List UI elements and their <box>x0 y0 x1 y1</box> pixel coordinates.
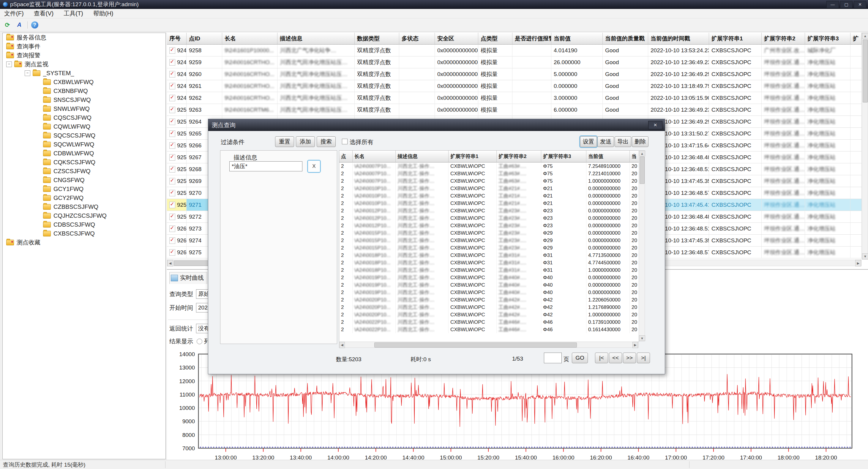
result-column-header-5[interactable]: 扩展字符串3 <box>541 151 586 162</box>
table-row[interactable]: ✓924792609\24\0016CRTHO...川西北气田净化增压站压…双精… <box>167 68 862 80</box>
table-row[interactable]: ✓924992629\24\0016CRTHO...川西北气田净化增压站压…双精… <box>167 92 862 104</box>
select-all-checkbox[interactable] <box>342 139 347 144</box>
next-page-button[interactable]: >> <box>623 352 636 363</box>
column-header-2[interactable]: 长名 <box>222 33 277 44</box>
first-page-button[interactable]: |< <box>595 352 608 363</box>
column-header-11[interactable]: 当前值的时间戳 <box>648 33 709 44</box>
tree-item-GCY2FWQ[interactable]: GCY2FWQ <box>3 193 165 202</box>
tree-item-CQKSCSJFWQ[interactable]: CQKSCSJFWQ <box>3 158 165 167</box>
last-page-button[interactable]: >| <box>637 352 650 363</box>
result-row[interactable]: 2\A24\0012P10...川西北工·操作…CXBWLW\OPC工曲#23#… <box>339 207 639 214</box>
dialog-button-添加[interactable]: 添加 <box>296 136 315 147</box>
column-header-3[interactable]: 描述信息 <box>277 33 355 44</box>
tree-item-CQSCSJFWQ[interactable]: CQSCSJFWQ <box>3 113 165 122</box>
description-filter-input[interactable]: *油压* <box>229 161 302 171</box>
scroll-left-icon[interactable]: ◀ <box>167 260 173 267</box>
prev-page-button[interactable]: << <box>609 352 622 363</box>
result-column-header-3[interactable]: 扩展字符串1 <box>448 151 497 162</box>
scroll-right-icon[interactable]: ▶ <box>632 342 638 348</box>
result-row[interactable]: 2\A24\0007P10...川西北工·操作…CXBWLW\OPC工曲#63#… <box>339 177 639 185</box>
close-button[interactable]: ✕ <box>854 1 866 8</box>
tree-item-SQCWLWFWQ[interactable]: SQCWLWFWQ <box>3 140 165 149</box>
page-number-input[interactable] <box>544 352 562 363</box>
scroll-thumb[interactable] <box>374 342 577 347</box>
column-header-7[interactable]: 点类型 <box>478 33 513 44</box>
column-header-1[interactable]: 点ID <box>187 33 222 44</box>
alarm-icon[interactable]: A <box>16 21 23 29</box>
result-row[interactable]: 2\A24\0015P10...川西北工·操作…CXBWLW\OPC工曲#23#… <box>339 244 639 252</box>
menu-item-文[interactable]: 文件(F) <box>4 9 24 18</box>
menu-item-工[interactable]: 工具(T) <box>64 9 83 18</box>
maximize-button[interactable]: ▢ <box>840 1 852 8</box>
result-row[interactable]: 2\A24\0007P10...川西北工·操作…CXBWLW\OPC工曲#63#… <box>339 162 639 170</box>
column-header-9[interactable]: 当前值 <box>551 33 603 44</box>
column-header-15[interactable]: 扩 <box>850 33 862 44</box>
result-row[interactable]: 2\A24\0010P10...川西北工·操作…CXBWLW\OPC工曲#21#… <box>339 199 639 207</box>
column-header-14[interactable]: 扩展字符串3 <box>805 33 850 44</box>
result-column-header-4[interactable]: 扩展字符串2 <box>497 151 541 162</box>
scroll-thumb[interactable] <box>863 39 868 102</box>
tree-item-CDBWLWFWQ[interactable]: CDBWLWFWQ <box>3 149 165 158</box>
result-row[interactable]: 2\A24\0010P10...川西北工·操作…CXBWLW\OPC工曲#21#… <box>339 185 639 192</box>
tree-item-CXBWLWFWQ[interactable]: CXBWLWFWQ <box>3 77 165 87</box>
result-row[interactable]: 2\A24\0018P10...川西北工·操作…CXBWLW\OPC工曲#31#… <box>339 259 639 267</box>
column-header-4[interactable]: 数据类型 <box>355 33 399 44</box>
tree-item-查询报警[interactable]: 查询报警 <box>3 51 165 60</box>
result-row[interactable]: 2\A24\0007P10...川西北工·操作…CXBWLW\OPC工曲#63#… <box>339 170 639 177</box>
scroll-up-icon[interactable]: ▲ <box>862 33 868 39</box>
column-header-0[interactable]: 序号 <box>167 33 187 44</box>
tree-item-SNWLWFWQ[interactable]: SNWLWFWQ <box>3 104 165 113</box>
result-row[interactable]: 2\A24\0020P10...川西北工·操作…CXBWLW\OPC工曲#42#… <box>339 304 639 311</box>
dialog-close-icon[interactable]: ✕ <box>648 121 662 129</box>
tree-item-CXBNBFWQ[interactable]: CXBNBFWQ <box>3 87 165 95</box>
column-header-10[interactable]: 当前值的质量戳 <box>603 33 648 44</box>
result-row[interactable]: 2\A24\0019P10...川西北工·操作…CXBWLW\OPC工曲#40#… <box>339 281 639 289</box>
menu-item-查[interactable]: 查看(V) <box>34 9 54 18</box>
tree-item-CXBSCSJFWQ[interactable]: CXBSCSJFWQ <box>3 229 165 238</box>
tree-item-CNGSFWQ[interactable]: CNGSFWQ <box>3 176 165 184</box>
tree-item-CDBSCSJFWQ[interactable]: CDBSCSJFWQ <box>3 220 165 229</box>
tree-item-查询事件[interactable]: 查询事件 <box>3 42 165 51</box>
dialog-button-导出[interactable]: 导出 <box>615 136 631 147</box>
column-header-5[interactable]: 多状态 <box>399 33 435 44</box>
result-row[interactable]: 2\A24\0020P10...川西北工·操作…CXBWLW\OPC工曲#42#… <box>339 311 639 318</box>
column-header-6[interactable]: 安全区 <box>435 33 478 44</box>
refresh-icon[interactable]: ⟳ <box>4 21 11 29</box>
tree-item-CQWLWFWQ[interactable]: CQWLWFWQ <box>3 122 165 131</box>
result-row[interactable]: 2\A24\0022P10...川西北工·操作…CXBWLW\OPC工曲#46#… <box>339 326 639 333</box>
tree-item-GCY1FWQ[interactable]: GCY1FWQ <box>3 184 165 193</box>
help-icon[interactable]: ? <box>31 21 38 29</box>
result-column-header-6[interactable]: 当前值 <box>586 151 630 162</box>
result-row[interactable]: 2\A24\0012P10...川西北工·操作…CXBWLW\OPC工曲#23#… <box>339 222 639 229</box>
result-column-header-1[interactable]: 长名 <box>352 151 396 162</box>
result-row[interactable]: 2\A24\0015P10...川西北工·操作…CXBWLW\OPC工曲#23#… <box>339 237 639 244</box>
table-row[interactable]: ✓924692599\24\0016CRTHO...川西北气田净化增压站压…双精… <box>167 56 862 68</box>
scroll-down-icon[interactable]: ▼ <box>639 335 645 341</box>
tree-item-服务器信息[interactable]: 服务器信息 <box>3 33 165 42</box>
result-row[interactable]: 2\A24\0019P10...川西北工·操作…CXBWLW\OPC工曲#40#… <box>339 289 639 296</box>
tree-item-CQJHZCSCSJFWQ[interactable]: CQJHZCSCSJFWQ <box>3 211 165 220</box>
go-button[interactable]: GO <box>572 352 588 363</box>
result-row[interactable]: 2\A24\0012P10...川西北工·操作…CXBWLW\OPC工曲#23#… <box>339 214 639 222</box>
collapse-icon[interactable]: − <box>25 70 30 76</box>
minimize-button[interactable]: — <box>827 1 839 8</box>
results-vertical-scrollbar[interactable]: ▲ ▼ <box>639 150 645 341</box>
result-row[interactable]: 2\A24\0020P10...川西北工·操作…CXBWLW\OPC工曲#42#… <box>339 296 639 304</box>
column-header-12[interactable]: 扩展字符串1 <box>709 33 762 44</box>
results-horizontal-scrollbar[interactable]: ◀ ▶ <box>339 342 639 348</box>
result-column-header-2[interactable]: 描述信息 <box>396 151 448 162</box>
dialog-titlebar[interactable]: 测点查询 ✕ <box>208 119 665 131</box>
table-row[interactable]: ✓924892619\24\0016CRTHO...川西北气田净化增压站压…双精… <box>167 80 862 92</box>
tree-item-测点收藏[interactable]: 测点收藏 <box>3 238 165 247</box>
clear-filter-button[interactable]: X <box>308 160 320 172</box>
dialog-button-设置[interactable]: 设置 <box>580 136 597 147</box>
column-header-8[interactable]: 是否进行值报警 <box>513 33 551 44</box>
result-column-header-0[interactable]: 点 <box>339 151 352 162</box>
result-row[interactable]: 2\A24\0010P10...川西北工·操作…CXBWLW\OPC工曲#21#… <box>339 192 639 199</box>
collapse-icon[interactable]: − <box>6 61 12 67</box>
dialog-button-搜索[interactable]: 搜索 <box>317 136 336 147</box>
scroll-up-icon[interactable]: ▲ <box>639 151 645 156</box>
scroll-right-icon[interactable]: ▶ <box>855 260 861 267</box>
tree-item-monitor[interactable]: −测点监视 <box>3 60 165 69</box>
table-row[interactable]: ✓925092639\24\0016CRTM6...川西北气田净化增压站压…双精… <box>167 104 862 116</box>
